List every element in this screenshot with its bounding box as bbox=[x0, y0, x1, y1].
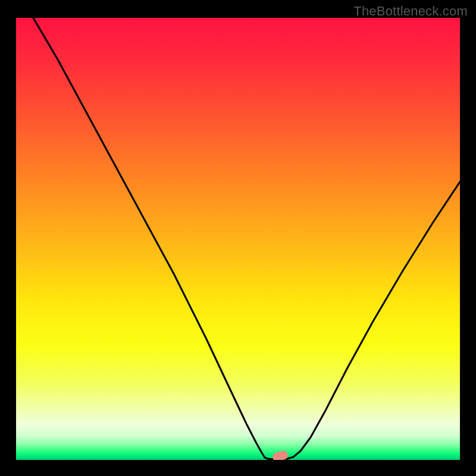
bottleneck-curve bbox=[16, 18, 460, 460]
chart-frame: TheBottleneck.com bbox=[0, 0, 476, 476]
plot-area bbox=[16, 18, 460, 460]
watermark-label: TheBottleneck.com bbox=[353, 4, 468, 19]
